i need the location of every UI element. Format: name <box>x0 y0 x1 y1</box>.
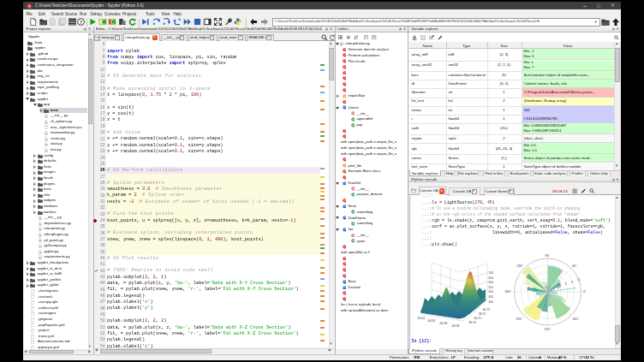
svg-text:10: 10 <box>577 278 581 282</box>
svg-text:2: 2 <box>553 288 555 291</box>
svg-text:700: 700 <box>489 271 494 275</box>
svg-text:600: 600 <box>489 281 494 284</box>
svg-text:36.71: 36.71 <box>474 317 481 320</box>
svg-text:500: 500 <box>489 290 494 294</box>
svg-text:4: 4 <box>559 285 561 288</box>
svg-text:315°: 315° <box>573 317 580 321</box>
svg-text:225°: 225° <box>516 317 523 321</box>
svg-text:135°: 135° <box>517 264 524 268</box>
svg-text:400: 400 <box>489 300 494 304</box>
svg-text:36.70: 36.70 <box>469 321 476 324</box>
svg-text:6: 6 <box>565 282 567 286</box>
svg-text:-84.38: -84.38 <box>451 324 460 328</box>
svg-text:-84.40: -84.40 <box>427 319 436 323</box>
svg-text:90°: 90° <box>546 254 551 258</box>
svg-text:450: 450 <box>489 295 494 299</box>
svg-text:-84.39: -84.39 <box>439 322 448 325</box>
svg-text:0°: 0° <box>583 290 587 294</box>
svg-text:36.72: 36.72 <box>479 312 486 316</box>
svg-text:270°: 270° <box>545 328 552 331</box>
svg-text:550: 550 <box>489 286 494 289</box>
svg-text:-84.41: -84.41 <box>417 317 426 320</box>
svg-text:180°: 180° <box>505 290 512 294</box>
svg-text:650: 650 <box>489 276 494 280</box>
svg-text:45°: 45° <box>572 264 577 268</box>
svg-text:36.73: 36.73 <box>483 308 490 312</box>
svg-text:8: 8 <box>571 281 573 284</box>
svg-text:?: ? <box>80 18 82 24</box>
